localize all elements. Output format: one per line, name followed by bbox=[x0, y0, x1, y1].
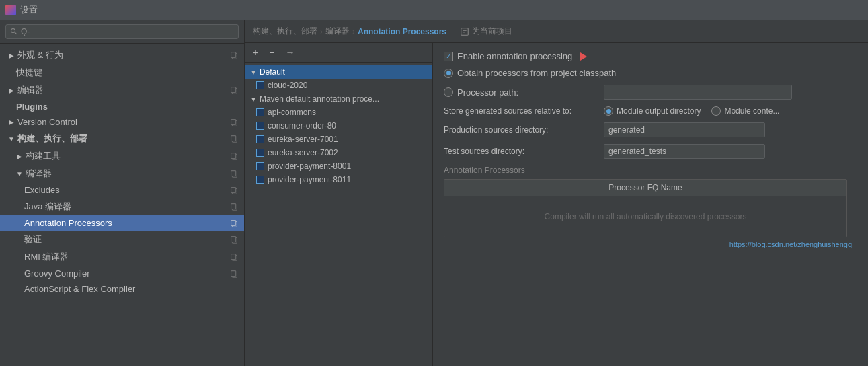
table-header: Processor FQ Name bbox=[444, 180, 846, 196]
sidebar-item-appearance[interactable]: ▶ 外观 & 行为 bbox=[0, 46, 244, 64]
breadcrumb-current: Annotation Processors bbox=[358, 27, 446, 36]
tree-item-eureka-server-7002[interactable]: eureka-server-7002 bbox=[245, 146, 432, 159]
content-split: + − → ▼ Default cloud-2020 bbox=[245, 43, 868, 366]
sidebar-item-compiler[interactable]: ▼ 编译器 bbox=[0, 165, 244, 182]
copy-icon bbox=[229, 50, 239, 60]
project-label: 为当前项目 bbox=[472, 26, 512, 37]
add-button[interactable]: + bbox=[250, 46, 261, 59]
obtain-radio-wrap[interactable]: Obtain processors from project classpath bbox=[444, 68, 616, 78]
sidebar-label: 构建工具 bbox=[26, 150, 227, 162]
tree-item-label: provider-payment-8011 bbox=[268, 175, 351, 184]
module-output-option[interactable]: Module output directory bbox=[604, 106, 701, 116]
module-content-radio[interactable] bbox=[711, 106, 721, 116]
sidebar-label: Annotation Processors bbox=[24, 218, 227, 228]
project-icon bbox=[460, 27, 469, 36]
tree-item-label: api-commons bbox=[268, 108, 316, 117]
arrow-icon: ▶ bbox=[8, 119, 15, 126]
search-input-wrap[interactable]: Q- bbox=[5, 24, 239, 39]
tree-item-label: provider-payment-8001 bbox=[268, 161, 351, 171]
tree-item-eureka-server-7001[interactable]: eureka-server-7001 bbox=[245, 133, 432, 146]
copy-icon bbox=[229, 169, 239, 178]
table-body: Compiler will run all automatically disc… bbox=[444, 196, 846, 237]
enable-checkbox-wrap[interactable]: Enable annotation processing bbox=[444, 51, 572, 61]
sidebar-item-validation[interactable]: 验证 bbox=[0, 231, 244, 248]
copy-icon bbox=[229, 269, 239, 279]
tree-item-consumer-order-80[interactable]: consumer-order-80 bbox=[245, 119, 432, 133]
arrow-icon: ▶ bbox=[8, 87, 15, 94]
sidebar-item-rmicompiler[interactable]: RMI 编译器 bbox=[0, 248, 244, 266]
tree-item-label: eureka-server-7002 bbox=[268, 148, 338, 157]
svg-rect-15 bbox=[231, 187, 236, 192]
arrow-icon: ▶ bbox=[8, 52, 15, 59]
module-output-radio[interactable] bbox=[604, 106, 613, 116]
svg-rect-3 bbox=[231, 52, 236, 58]
svg-line-1 bbox=[15, 32, 17, 34]
processorpath-radio-wrap[interactable]: Processor path: bbox=[444, 87, 598, 98]
tree-arrow: ▼ bbox=[250, 96, 257, 103]
right-panel: 构建、执行、部署 › 编译器 › Annotation Processors 为… bbox=[245, 20, 868, 366]
sidebar-item-javacompiler[interactable]: Java 编译器 bbox=[0, 198, 244, 215]
processor-path-label: Processor path: bbox=[457, 87, 518, 98]
sidebar-label: 编译器 bbox=[26, 168, 227, 180]
sidebar-item-annotationprocessors[interactable]: Annotation Processors bbox=[0, 215, 244, 231]
obtain-radio[interactable] bbox=[444, 69, 453, 78]
sidebar-label: Groovy Compiler bbox=[24, 268, 227, 279]
blog-url[interactable]: https://blog.csdn.net/zhenghuishengq bbox=[729, 240, 852, 248]
annotation-processors-table: Processor FQ Name Compiler will run all … bbox=[444, 179, 847, 237]
enable-annotation-label: Enable annotation processing bbox=[457, 51, 572, 61]
title-bar-label: 设置 bbox=[20, 4, 38, 16]
svg-rect-7 bbox=[231, 119, 236, 124]
sidebar-item-build[interactable]: ▼ 构建、执行、部署 bbox=[0, 130, 244, 147]
tree-item-label: eureka-server-7001 bbox=[268, 135, 338, 144]
search-bar: Q- bbox=[0, 20, 244, 44]
svg-rect-9 bbox=[231, 136, 236, 141]
svg-rect-17 bbox=[231, 204, 236, 209]
tree-item-provider-payment-8001[interactable]: provider-payment-8001 bbox=[245, 159, 432, 173]
production-sources-input[interactable] bbox=[604, 122, 765, 137]
tree-item-cloud2020[interactable]: cloud-2020 bbox=[245, 79, 432, 92]
store-generated-label: Store generated sources relative to: bbox=[444, 106, 598, 116]
processor-path-input[interactable] bbox=[604, 85, 792, 100]
sidebar-label: 外观 & 行为 bbox=[17, 49, 227, 61]
breadcrumb-project: 为当前项目 bbox=[460, 26, 512, 37]
sidebar-label: Java 编译器 bbox=[24, 200, 227, 213]
module-icon bbox=[255, 148, 265, 157]
processorpath-radio[interactable] bbox=[444, 87, 453, 97]
arrow-icon: ▼ bbox=[16, 170, 23, 177]
sidebar-item-plugins[interactable]: Plugins bbox=[0, 99, 244, 114]
remove-button[interactable]: − bbox=[266, 46, 277, 59]
enable-checkbox[interactable] bbox=[444, 52, 453, 61]
test-sources-input[interactable] bbox=[604, 144, 765, 159]
navigate-button[interactable]: → bbox=[282, 46, 297, 59]
tree-arrow: ▼ bbox=[250, 69, 257, 76]
tree-item-api-commons[interactable]: api-commons bbox=[245, 106, 432, 119]
breadcrumb-sep2: › bbox=[352, 27, 355, 36]
breadcrumb-part2: 编译器 bbox=[325, 26, 350, 37]
enable-annotation-row: Enable annotation processing bbox=[444, 51, 857, 61]
tree-item-default[interactable]: ▼ Default bbox=[245, 65, 432, 79]
title-bar: 设置 bbox=[0, 0, 868, 20]
sidebar-item-groovycompiler[interactable]: Groovy Compiler bbox=[0, 266, 244, 281]
copy-icon bbox=[229, 219, 239, 228]
module-icon bbox=[255, 135, 265, 144]
sidebar-item-shortcuts[interactable]: 快捷键 bbox=[0, 64, 244, 81]
svg-rect-19 bbox=[231, 220, 236, 225]
sidebar-item-excludes[interactable]: Excludes bbox=[0, 182, 244, 198]
sidebar-label: 快捷键 bbox=[16, 67, 239, 79]
search-placeholder: Q- bbox=[21, 27, 30, 36]
sidebar-label: Version Control bbox=[17, 117, 227, 127]
sidebar-item-buildtools[interactable]: ▶ 构建工具 bbox=[0, 147, 244, 165]
tree-toolbar: + − → bbox=[245, 43, 432, 63]
copy-icon bbox=[229, 186, 239, 195]
sidebar-label: 构建、执行、部署 bbox=[17, 133, 227, 145]
tree-item-provider-payment-8011[interactable]: provider-payment-8011 bbox=[245, 173, 432, 186]
sidebar-label: Excludes bbox=[24, 185, 227, 195]
sidebar-item-actionscript[interactable]: ActionScript & Flex Compiler bbox=[0, 281, 244, 297]
module-content-option[interactable]: Module conte... bbox=[711, 106, 779, 116]
sidebar-item-editor[interactable]: ▶ 编辑器 bbox=[0, 81, 244, 99]
tree-item-maven-default[interactable]: ▼ Maven default annotation proce... bbox=[245, 92, 432, 106]
sidebar-label: RMI 编译器 bbox=[24, 251, 227, 263]
copy-icon bbox=[229, 118, 239, 127]
arrow-indicator bbox=[580, 52, 587, 61]
sidebar-item-versioncontrol[interactable]: ▶ Version Control bbox=[0, 114, 244, 130]
